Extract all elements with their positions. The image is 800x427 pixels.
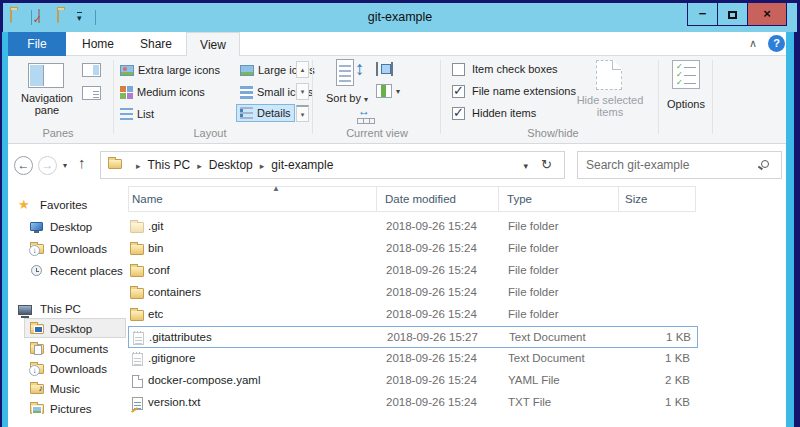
refresh-icon[interactable]: ↻ (541, 157, 552, 172)
window-content: File Home Share View ∧ ? Navigation pane… (8, 32, 786, 427)
layout-scroll-up-button[interactable]: ▴ (296, 61, 309, 78)
address-box[interactable]: ▸This PC▸Desktop▸git-example ▾ ↻ (100, 151, 565, 179)
group-separator (658, 60, 659, 134)
file-type: File folder (508, 242, 559, 254)
folder-download-icon (30, 364, 44, 374)
file-row-docker-compose[interactable]: docker-compose.yaml 2018-09-26 15:24 YAM… (128, 370, 698, 392)
text-document-icon (130, 351, 146, 367)
yaml-file-icon (130, 373, 146, 389)
tab-file[interactable]: File (8, 32, 66, 56)
folder-icon (130, 241, 146, 257)
file-date: 2018-09-26 15:24 (386, 242, 477, 254)
file-type: TXT File (508, 396, 551, 408)
item-check-boxes-checkbox[interactable] (452, 63, 465, 76)
add-columns-icon[interactable] (376, 84, 392, 98)
tab-home[interactable]: Home (70, 32, 126, 56)
recent-locations-caret-icon[interactable]: ▾ (63, 161, 67, 170)
layout-item-label: Extra large icons (138, 64, 220, 76)
file-date: 2018-09-26 15:24 (386, 220, 477, 232)
back-button[interactable]: ← (14, 156, 33, 175)
item-check-boxes-label[interactable]: Item check boxes (472, 63, 558, 75)
folder-desktop-icon (30, 324, 44, 334)
file-name: bin (148, 242, 163, 254)
extra-large-icons-icon (120, 65, 134, 76)
layout-item-label: Medium icons (137, 86, 205, 98)
file-name: containers (148, 286, 201, 298)
dropdown-caret-icon: ▾ (364, 95, 368, 104)
column-header-name[interactable]: Name (128, 186, 377, 212)
breadcrumb-this-pc[interactable]: This PC (148, 158, 191, 172)
file-row-version-txt[interactable]: version.txt 2018-09-26 15:24 TXT File 1 … (128, 392, 698, 414)
minimize-button[interactable]: − (687, 2, 718, 26)
layout-group-label: Layout (118, 127, 302, 139)
file-date: 2018-09-26 15:24 (386, 308, 477, 320)
tab-view[interactable]: View (186, 32, 240, 57)
breadcrumb-desktop[interactable]: Desktop (209, 158, 253, 172)
preview-pane-button[interactable] (82, 63, 101, 77)
search-icon[interactable] (761, 160, 769, 168)
breadcrumb: ▸This PC▸Desktop▸git-example (129, 158, 333, 172)
explorer-icon[interactable] (10, 10, 12, 22)
properties-icon (38, 9, 40, 23)
file-name: .gitignore (148, 352, 195, 364)
file-row-bin[interactable]: bin 2018-09-26 15:24 File folder (128, 238, 698, 260)
layout-extra-large-icons[interactable]: Extra large icons (120, 61, 220, 79)
column-header-type[interactable]: Type (499, 186, 619, 212)
address-history-caret-icon[interactable]: ▾ (523, 161, 528, 171)
group-by-icon[interactable] (376, 62, 393, 76)
hidden-items-checkbox[interactable] (452, 107, 465, 120)
file-row-gitignore[interactable]: .gitignore 2018-09-26 15:24 Text Documen… (128, 348, 698, 370)
layout-scroll-down-button[interactable]: ▾ (296, 83, 309, 100)
file-row-containers[interactable]: containers 2018-09-26 15:24 File folder (128, 282, 698, 304)
folder-icon (10, 9, 12, 23)
maximize-button[interactable] (717, 2, 748, 26)
file-type: Text Document (508, 352, 585, 364)
hidden-items-label[interactable]: Hidden items (472, 107, 536, 119)
large-icons-icon (240, 65, 254, 76)
file-name-extensions-label[interactable]: File name extensions (472, 85, 576, 97)
folder-documents-icon (30, 344, 44, 354)
details-pane-icon (82, 86, 101, 100)
file-name: .git (148, 220, 163, 232)
file-type: YAML File (508, 374, 560, 386)
properties-button[interactable] (38, 10, 40, 22)
file-row-conf[interactable]: conf 2018-09-26 15:24 File folder (128, 260, 698, 282)
sidebar-item-label: Downloads (50, 363, 107, 375)
ribbon-tab-bar: File Home Share View ∧ ? (8, 32, 786, 56)
file-row-etc[interactable]: etc 2018-09-26 15:24 File folder (128, 304, 698, 326)
help-icon[interactable]: ? (768, 35, 785, 52)
new-folder-button[interactable] (57, 10, 59, 22)
file-type: File folder (508, 308, 559, 320)
folder-download-icon (30, 244, 44, 254)
layout-medium-icons[interactable]: Medium icons (120, 83, 205, 101)
current-view-group-label: Current view (314, 127, 440, 139)
layout-list[interactable]: List (120, 105, 154, 123)
group-separator (312, 60, 313, 134)
sort-ascending-icon: ▲ (272, 184, 280, 193)
customize-qat-button[interactable]: ▾ (77, 12, 82, 22)
up-button[interactable]: ↑ (78, 154, 86, 171)
breadcrumb-git-example[interactable]: git-example (271, 158, 333, 172)
small-icons-icon (240, 86, 253, 99)
sidebar-item-label: Documents (50, 343, 108, 355)
file-row-git[interactable]: .git 2018-09-26 15:24 File folder (128, 216, 698, 238)
new-folder-icon (57, 9, 59, 23)
column-header-size[interactable]: Size (619, 186, 696, 212)
details-pane-button[interactable] (82, 86, 101, 100)
column-header-date-modified[interactable]: Date modified (377, 186, 499, 212)
close-button[interactable]: × (747, 2, 787, 26)
search-input[interactable] (586, 155, 751, 175)
size-columns-to-fit-icon[interactable]: ↔ (358, 104, 370, 118)
tab-share[interactable]: Share (128, 32, 184, 56)
layout-details[interactable]: Details (236, 104, 295, 122)
file-row-gitattributes[interactable]: .gitattributes 2018-09-26 15:27 Text Doc… (128, 326, 698, 348)
collapse-ribbon-icon[interactable]: ∧ (749, 37, 757, 50)
forward-button[interactable]: → (38, 156, 57, 175)
folder-icon (130, 219, 146, 235)
layout-more-button[interactable]: ▾ (296, 105, 309, 122)
navigation-pane-label: Navigation pane (16, 92, 78, 116)
add-columns-caret-icon[interactable]: ▾ (396, 87, 400, 96)
panes-group-label: Panes (8, 127, 108, 139)
up-down-arrow-icon: ↕ (355, 58, 365, 80)
file-name-extensions-checkbox[interactable] (452, 85, 465, 98)
